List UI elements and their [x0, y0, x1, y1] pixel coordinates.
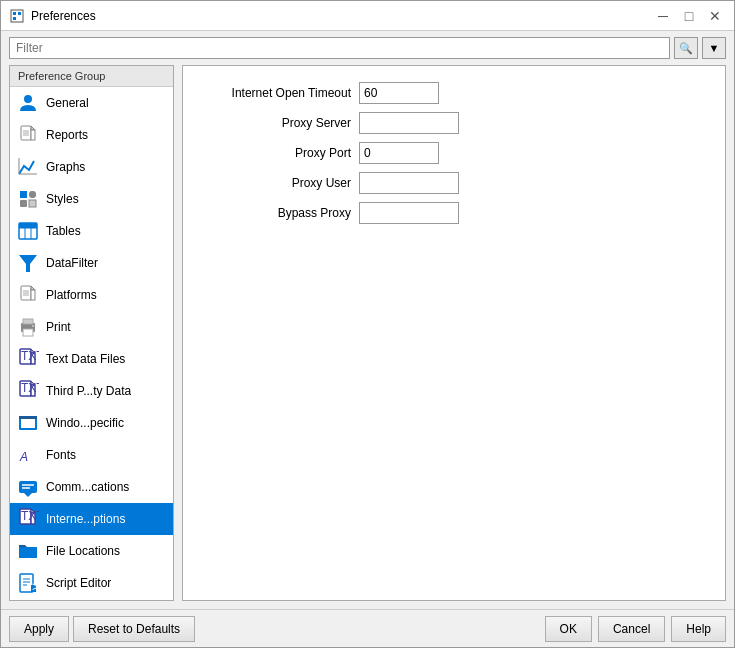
help-button[interactable]: Help [671, 616, 726, 642]
svg-rect-31 [23, 319, 33, 324]
form-row-proxy_user: Proxy User [199, 172, 709, 194]
svg-rect-0 [11, 10, 23, 22]
sidebar-item-label-tables: Tables [46, 224, 81, 238]
print-icon [16, 315, 40, 339]
sidebar-item-label-internetoptions: Interne...ptions [46, 512, 125, 526]
close-button[interactable]: ✕ [704, 5, 726, 27]
folder-icon [16, 539, 40, 563]
label-proxy_port: Proxy Port [199, 146, 359, 160]
sidebar-item-label-graphs: Graphs [46, 160, 85, 174]
input-proxy_server[interactable] [359, 112, 459, 134]
preferences-window: Preferences ─ □ ✕ 🔍 ▼ Preference Group G… [0, 0, 735, 648]
sidebar-item-styles[interactable]: Styles [10, 183, 173, 215]
sidebar-item-windowspecific[interactable]: Windo...pecific [10, 407, 173, 439]
input-proxy_port[interactable] [359, 142, 439, 164]
form-row-proxy_port: Proxy Port [199, 142, 709, 164]
sidebar-list[interactable]: GeneralReportsGraphsStylesTablesDataFilt… [10, 87, 173, 600]
bottom-left-buttons: Apply Reset to Defaults [9, 616, 195, 642]
sidebar-item-general[interactable]: General [10, 87, 173, 119]
sidebar-item-fonts[interactable]: AFonts [10, 439, 173, 471]
graph-icon [16, 155, 40, 179]
window-title: Preferences [31, 9, 652, 23]
sidebar-item-reports[interactable]: Reports [10, 119, 173, 151]
ok-button[interactable]: OK [545, 616, 592, 642]
sidebar-item-thirdparty[interactable]: TXTThird P...ty Data [10, 375, 173, 407]
svg-rect-16 [29, 200, 36, 207]
filter-search-button[interactable]: 🔍 [674, 37, 698, 59]
table-icon [16, 219, 40, 243]
maximize-button[interactable]: □ [678, 5, 700, 27]
sidebar-item-tables[interactable]: Tables [10, 215, 173, 247]
sidebar-item-label-communications: Comm...cations [46, 480, 129, 494]
apply-button[interactable]: Apply [9, 616, 69, 642]
sidebar-item-label-datafilter: DataFilter [46, 256, 98, 270]
svg-marker-46 [24, 493, 32, 497]
sidebar-item-filelocations[interactable]: File Locations [10, 535, 173, 567]
sidebar-item-platforms[interactable]: Platforms [10, 279, 173, 311]
sidebar-item-graphs[interactable]: Graphs [10, 151, 173, 183]
svg-rect-2 [18, 12, 21, 15]
person-icon [16, 91, 40, 115]
comms-icon [16, 475, 40, 499]
sidebar-item-label-platforms: Platforms [46, 288, 97, 302]
sidebar-item-label-windowspecific: Windo...pecific [46, 416, 124, 430]
minimize-button[interactable]: ─ [652, 5, 674, 27]
svg-rect-42 [21, 419, 35, 428]
input-proxy_user[interactable] [359, 172, 459, 194]
bottom-right-buttons: OK Cancel Help [545, 616, 726, 642]
svg-rect-21 [19, 223, 37, 228]
svg-marker-24 [31, 286, 35, 290]
svg-rect-13 [20, 191, 27, 198]
cancel-button[interactable]: Cancel [598, 616, 665, 642]
sidebar-item-datafilter[interactable]: DataFilter [10, 247, 173, 279]
filter-input[interactable] [9, 37, 670, 59]
sidebar: Preference Group GeneralReportsGraphsSty… [9, 65, 174, 601]
input-internet_open_timeout[interactable] [359, 82, 439, 104]
txt-icon: TXT [16, 347, 40, 371]
txt-icon: TXT [16, 379, 40, 403]
sidebar-item-label-filelocations: File Locations [46, 544, 120, 558]
svg-rect-3 [13, 17, 16, 20]
sidebar-item-scripteditor[interactable]: >_Script Editor [10, 567, 173, 599]
sidebar-item-internetoptions[interactable]: TXTInterne...ptions [10, 503, 173, 535]
window-controls: ─ □ ✕ [652, 5, 726, 27]
sidebar-item-label-scripteditor: Script Editor [46, 576, 111, 590]
sidebar-item-label-fonts: Fonts [46, 448, 76, 462]
form-row-bypass_proxy: Bypass Proxy [199, 202, 709, 224]
sidebar-item-textdatafiles[interactable]: TXTText Data Files [10, 343, 173, 375]
svg-text:TXT: TXT [21, 381, 39, 395]
right-panel: Internet Open TimeoutProxy ServerProxy P… [182, 65, 726, 601]
sidebar-item-communications[interactable]: Comm...cations [10, 471, 173, 503]
label-proxy_user: Proxy User [199, 176, 359, 190]
form-row-proxy_server: Proxy Server [199, 112, 709, 134]
svg-text:TXT: TXT [21, 509, 39, 523]
filter-bar: 🔍 ▼ [1, 31, 734, 65]
svg-marker-6 [31, 126, 35, 130]
svg-rect-1 [13, 12, 16, 15]
bottom-bar: Apply Reset to Defaults OK Cancel Help [1, 609, 734, 647]
doc-icon [16, 283, 40, 307]
svg-text:>_: >_ [32, 580, 39, 594]
reset-button[interactable]: Reset to Defaults [73, 616, 195, 642]
svg-rect-43 [19, 416, 37, 419]
svg-rect-15 [20, 200, 27, 207]
sidebar-item-label-reports: Reports [46, 128, 88, 142]
svg-text:A: A [19, 450, 28, 464]
title-bar: Preferences ─ □ ✕ [1, 1, 734, 31]
input-bypass_proxy[interactable] [359, 202, 459, 224]
sidebar-item-label-general: General [46, 96, 89, 110]
sidebar-item-print[interactable]: Print [10, 311, 173, 343]
font-icon: A [16, 443, 40, 467]
window-icon [16, 411, 40, 435]
script-icon: >_ [16, 571, 40, 595]
svg-rect-25 [31, 290, 35, 300]
filter-icon [16, 251, 40, 275]
sidebar-item-label-print: Print [46, 320, 71, 334]
style-icon [16, 187, 40, 211]
filter-dropdown-button[interactable]: ▼ [702, 37, 726, 59]
sidebar-item-label-thirdparty: Third P...ty Data [46, 384, 131, 398]
doc-icon [16, 123, 40, 147]
content-area: 🔍 ▼ Preference Group GeneralReportsGraph… [1, 31, 734, 609]
label-proxy_server: Proxy Server [199, 116, 359, 130]
window-icon [9, 8, 25, 24]
